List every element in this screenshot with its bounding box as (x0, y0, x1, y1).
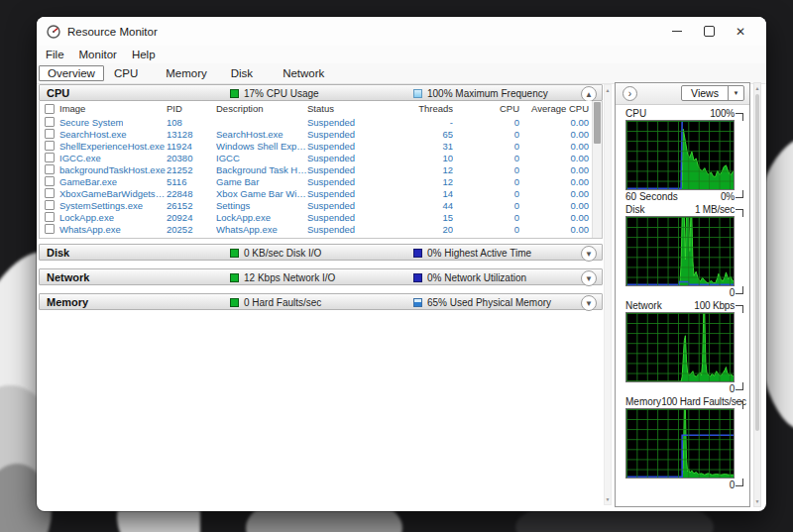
process-description: Background Task Host (216, 164, 307, 175)
scroll-down-icon[interactable]: ▼ (754, 496, 760, 506)
scroll-up-icon[interactable]: ▲ (605, 85, 611, 95)
column-header-cpu[interactable]: CPU (453, 103, 519, 114)
column-header-status[interactable]: Status (307, 103, 396, 114)
process-cpu: 0 (453, 176, 519, 187)
table-row[interactable]: XboxGameBarWidgets.exe22848Xbox Game Bar… (40, 187, 602, 199)
menu-item-monitor[interactable]: Monitor (79, 48, 125, 61)
network-utilization-label: 0% Network Utilization (427, 272, 526, 283)
process-threads: 12 (396, 176, 453, 187)
process-status: Suspended (307, 212, 396, 223)
process-checkbox[interactable] (45, 200, 55, 210)
cpu-graph (625, 120, 735, 190)
process-threads: 15 (396, 212, 453, 223)
select-all-checkbox[interactable] (45, 104, 55, 114)
table-row[interactable]: SystemSettings.exe26152SettingsSuspended… (40, 199, 602, 211)
process-description: LockApp.exe (216, 212, 307, 223)
main-scrollbar[interactable]: ▲ ▼ (604, 84, 612, 505)
process-checkbox[interactable] (45, 212, 55, 222)
graphs-panel-scrollbar-thumb[interactable] (755, 94, 759, 431)
network-utilization-indicator: 0% Network Utilization (413, 272, 526, 283)
process-pid: 21252 (167, 164, 216, 175)
green-swatch-icon (230, 273, 239, 282)
chevron-up-icon[interactable]: ▲ (581, 86, 597, 102)
tab-cpu[interactable]: CPU (106, 66, 146, 80)
column-header-average-cpu[interactable]: Average CPU (519, 103, 593, 114)
graphs-panel-scrollbar[interactable]: ▲ ▼ (753, 82, 761, 507)
views-dropdown-arrow-icon[interactable]: ▼ (728, 86, 743, 100)
cpu-frequency-indicator: 100% Maximum Frequency (413, 88, 548, 99)
cpu-section: CPU 17% CPU Usage 100% Maximum Frequency… (39, 84, 603, 239)
chevron-down-icon[interactable]: ▼ (581, 246, 597, 262)
process-cpu: 0 (453, 200, 519, 211)
process-average-cpu: 0.00 (519, 224, 593, 235)
green-swatch-icon (230, 89, 239, 98)
process-pid: 11924 (167, 141, 216, 152)
tab-disk[interactable]: Disk (223, 66, 261, 80)
tab-overview[interactable]: Overview (39, 65, 104, 81)
disk-active-indicator: 0% Highest Active Time (413, 248, 531, 259)
graph-footer-right: 0% (721, 191, 735, 202)
table-row[interactable]: LockApp.exe20924LockApp.exeSuspended1500… (40, 211, 602, 223)
process-threads: 14 (396, 188, 453, 199)
column-header-pid[interactable]: PID (167, 103, 216, 114)
table-row[interactable]: Secure System108Suspended-00.00 (40, 116, 602, 128)
column-header-description[interactable]: Description (216, 103, 307, 114)
process-status: Suspended (307, 176, 396, 187)
scale-bracket-top-icon (736, 305, 743, 313)
process-pid: 108 (167, 117, 216, 128)
table-row[interactable]: GameBar.exe5116Game BarSuspended1200.00 (40, 175, 602, 187)
green-swatch-icon (230, 249, 239, 258)
process-average-cpu: 0.00 (519, 164, 593, 175)
scale-bracket-bottom-icon (736, 286, 743, 294)
column-header-threads[interactable]: Threads (396, 103, 453, 114)
process-checkbox[interactable] (45, 224, 55, 234)
process-image-name: GameBar.exe (59, 176, 117, 187)
process-checkbox[interactable] (45, 117, 55, 127)
menu-item-help[interactable]: Help (132, 48, 164, 61)
memory-section-header[interactable]: Memory 0 Hard Faults/sec 65% Used Physic… (39, 293, 603, 310)
table-row[interactable]: WhatsApp.exe20252WhatsApp.exeSuspended20… (40, 223, 602, 235)
views-button[interactable]: Views ▼ (681, 85, 744, 101)
graph-block-memory: Memory100 Hard Faults/sec0 (616, 395, 749, 491)
collapse-panel-button[interactable]: › (623, 86, 637, 101)
process-average-cpu: 0.00 (519, 176, 593, 187)
process-status: Suspended (307, 153, 396, 163)
maximize-button[interactable] (693, 21, 725, 43)
memory-faults-label: 0 Hard Faults/sec (244, 297, 321, 308)
close-button[interactable]: ✕ (725, 21, 756, 43)
process-description: Settings (216, 200, 307, 211)
minimize-button[interactable] (661, 21, 693, 43)
table-row[interactable]: ShellExperienceHost.exe11924Windows Shel… (40, 140, 602, 152)
table-scrollbar[interactable] (592, 101, 602, 238)
network-section-header[interactable]: Network 12 Kbps Network I/O 0% Network U… (39, 268, 603, 285)
chevron-down-icon[interactable]: ▼ (581, 270, 597, 286)
process-checkbox[interactable] (45, 129, 55, 139)
process-image-name: SearchHost.exe (59, 129, 127, 140)
table-scrollbar-thumb[interactable] (594, 102, 601, 144)
process-image-cell: ShellExperienceHost.exe (40, 141, 167, 152)
graphs-panel: › Views ▼ CPU100%60 Seconds0%Disk1 MB/se… (615, 82, 750, 507)
table-row[interactable]: IGCC.exe20380IGCCSuspended1000.00 (40, 152, 602, 163)
column-header-image[interactable]: Image (40, 103, 167, 114)
process-pid: 22848 (167, 188, 216, 199)
disk-section-header[interactable]: Disk 0 KB/sec Disk I/O 0% Highest Active… (39, 244, 603, 261)
process-checkbox[interactable] (45, 141, 55, 151)
chevron-down-icon[interactable]: ▼ (581, 295, 597, 311)
tab-memory[interactable]: Memory (158, 66, 215, 80)
table-row[interactable]: backgroundTaskHost.exe21252Background Ta… (40, 163, 602, 175)
scroll-up-icon[interactable]: ▲ (754, 83, 760, 93)
views-button-label: Views (682, 86, 728, 100)
menu-bar: FileMonitorHelp (37, 46, 766, 63)
cpu-section-header[interactable]: CPU 17% CPU Usage 100% Maximum Frequency… (39, 84, 603, 101)
tab-network[interactable]: Network (275, 66, 332, 80)
process-checkbox[interactable] (45, 176, 55, 186)
table-row[interactable]: SearchHost.exe13128SearchHost.exeSuspend… (40, 128, 602, 140)
process-checkbox[interactable] (45, 164, 55, 174)
process-checkbox[interactable] (45, 153, 55, 162)
menu-item-file[interactable]: File (46, 48, 72, 61)
blue-swatch-icon (413, 298, 422, 307)
process-checkbox[interactable] (45, 188, 55, 198)
graph-block-network: Network100 Kbps0 (616, 299, 749, 395)
graph-footer-row: 60 Seconds0% (625, 190, 745, 203)
scroll-down-icon[interactable]: ▼ (605, 494, 611, 504)
